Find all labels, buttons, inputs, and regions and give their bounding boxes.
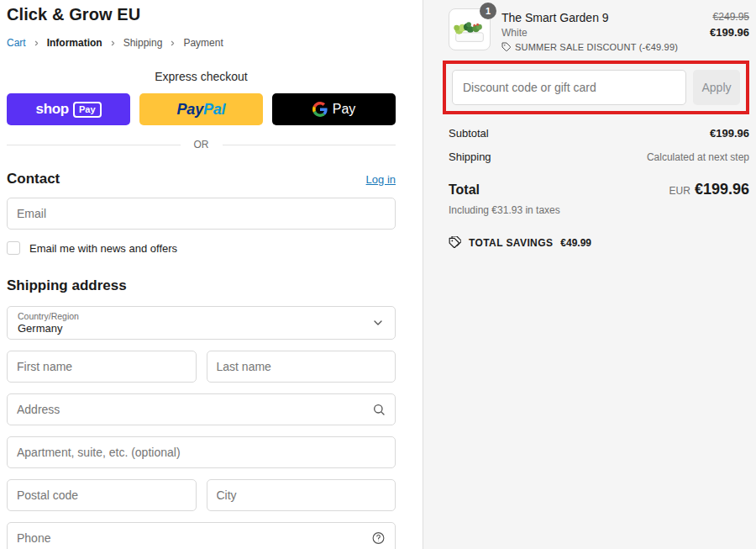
sale-price: €199.96 [710, 26, 749, 39]
newsletter-checkbox[interactable] [7, 241, 20, 255]
checkout-main: Click & Grow EU Cart Information Shippin… [0, 0, 423, 549]
breadcrumb-information: Information [47, 37, 102, 49]
breadcrumb-shipping: Shipping [123, 37, 163, 49]
savings-value: €49.99 [560, 237, 591, 249]
total-value: €199.96 [695, 181, 749, 198]
google-pay-label: Pay [333, 102, 356, 117]
google-g-icon [312, 102, 328, 117]
discount-code-input[interactable] [452, 70, 686, 105]
breadcrumb-cart[interactable]: Cart [7, 37, 26, 49]
product-name: The Smart Garden 9 [501, 11, 699, 24]
chevron-right-icon [33, 40, 40, 47]
or-divider: OR [7, 139, 396, 150]
shipping-label: Shipping [449, 150, 491, 163]
apply-button[interactable]: Apply [693, 70, 740, 105]
or-divider-label: OR [194, 139, 209, 150]
currency-code: EUR [669, 185, 690, 197]
product-thumbnail: 1 [449, 8, 491, 50]
express-checkout-buttons: shop Pay PayPal Pay [7, 93, 396, 125]
product-variant: White [501, 27, 699, 39]
login-link[interactable]: Log in [366, 173, 396, 186]
postal-code-field[interactable] [7, 479, 197, 511]
breadcrumb-payment: Payment [183, 37, 223, 49]
totals-section: Subtotal €199.96 Shipping Calculated at … [449, 127, 749, 249]
last-name-field[interactable] [207, 351, 396, 383]
chevron-down-icon [371, 316, 385, 330]
city-field[interactable] [207, 479, 396, 511]
express-checkout-label: Express checkout [7, 70, 396, 83]
subtotal-value: €199.96 [710, 127, 749, 140]
order-summary: 1 The Smart Garden 9 White SUMMER SALE D… [423, 0, 756, 549]
line-item-discount: SUMMER SALE DISCOUNT (-€49.99) [501, 42, 699, 52]
shipping-value: Calculated at next step [647, 151, 749, 163]
checkout-page: Click & Grow EU Cart Information Shippin… [0, 0, 756, 549]
chevron-right-icon [109, 40, 117, 47]
total-label: Total [449, 182, 480, 198]
phone-field[interactable] [7, 522, 396, 549]
chevron-right-icon [169, 40, 176, 47]
shop-pay-button[interactable]: shop Pay [7, 93, 130, 125]
google-pay-button[interactable]: Pay [272, 93, 396, 125]
shop-pay-badge: Pay [73, 102, 102, 118]
first-name-field[interactable] [7, 351, 197, 383]
savings-label: TOTAL SAVINGS [469, 237, 553, 249]
country-select[interactable]: Country/Region Germany [7, 306, 396, 340]
total-savings-row: TOTAL SAVINGS €49.99 [449, 236, 749, 249]
discount-label: SUMMER SALE DISCOUNT (-€49.99) [515, 42, 678, 52]
help-icon [371, 531, 386, 546]
address-field[interactable] [7, 393, 396, 425]
shipping-address-heading: Shipping address [7, 277, 396, 294]
paypal-button[interactable]: PayPal [139, 93, 263, 125]
newsletter-label: Email me with news and offers [29, 242, 177, 255]
quantity-badge: 1 [480, 3, 496, 19]
contact-heading: Contact [7, 171, 60, 187]
breadcrumb: Cart Information Shipping Payment [7, 37, 396, 49]
taxes-note: Including €31.93 in taxes [449, 204, 749, 216]
country-select-value: Germany [18, 322, 79, 335]
subtotal-label: Subtotal [449, 127, 489, 140]
apartment-field[interactable] [7, 436, 396, 468]
email-field[interactable] [7, 198, 396, 230]
cart-line-item: 1 The Smart Garden 9 White SUMMER SALE D… [449, 8, 749, 52]
tags-icon [449, 236, 461, 249]
original-price: €249.95 [710, 11, 749, 23]
store-name: Click & Grow EU [7, 5, 396, 24]
search-icon [372, 403, 386, 416]
discount-annotation-box: Apply [443, 61, 749, 114]
country-select-label: Country/Region [18, 311, 79, 321]
newsletter-optin-row[interactable]: Email me with news and offers [7, 241, 396, 255]
tag-icon [501, 42, 512, 52]
shop-pay-logo: shop [36, 101, 69, 118]
paypal-logo: Pay [177, 101, 203, 119]
